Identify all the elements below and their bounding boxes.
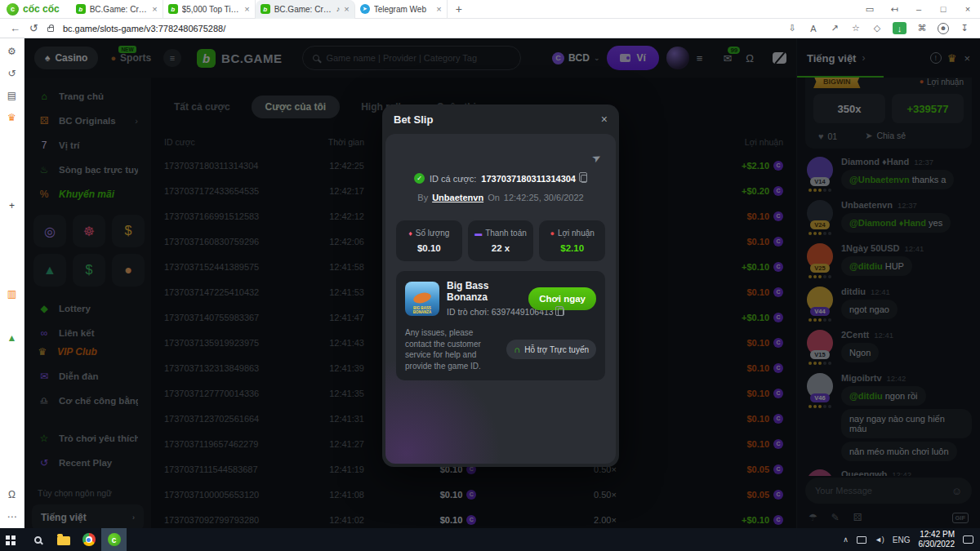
clock[interactable]: 12:42 PM 6/30/2022	[919, 530, 956, 549]
taskbar-search-button[interactable]	[25, 528, 51, 551]
zalo-icon[interactable]: Z	[5, 154, 19, 168]
tab-search-icon[interactable]: ▭	[858, 4, 882, 15]
reload-icon[interactable]: ↺	[29, 22, 38, 34]
bet-stats: ♦Số lượng $0.10 ▬Thanh toán 22 x ●Lợi nh…	[396, 220, 605, 261]
tab-favicon	[261, 4, 270, 14]
coccoc-icon: c	[108, 533, 121, 546]
feed-icon[interactable]: ▤	[5, 88, 19, 102]
headset-icon: ∩	[514, 344, 520, 354]
game-row: BIG BASS BONANZA Big Bass Bonanza ID trò…	[405, 280, 596, 317]
stat-icon: ▬	[474, 229, 482, 238]
facebook-icon[interactable]: f	[5, 242, 19, 256]
live-support-button[interactable]: ∩ Hỗ trợ Trực tuyến	[506, 340, 596, 359]
download-manager-icon[interactable]: ↓	[893, 22, 906, 34]
bet-slip-modal: Bet Slip × ➤ ✓ ID cá cược: 1737037180311…	[382, 104, 619, 467]
copy-icon[interactable]	[581, 175, 587, 183]
help-text: Any issues, please contact the customer …	[405, 327, 500, 371]
tab-title: BC.Game: Crypto Casino Gan	[90, 5, 149, 14]
modal-body: ➤ ✓ ID cá cược: 1737037180311314304 By U…	[385, 134, 616, 464]
messenger-icon[interactable]: ➤	[5, 132, 19, 146]
modal-close-icon[interactable]: ×	[601, 113, 608, 126]
browser-brand[interactable]: c cốc cốc	[0, 3, 71, 16]
on-label: On	[488, 193, 500, 202]
chrome-button[interactable]	[76, 528, 101, 551]
browser-sidebar: ⚙ ↺ ▤ ♛ ➤ Z ◆ + ▶ f 24 ▥ ▦ ▲ Ω ⋯	[0, 38, 24, 528]
coccoc-button[interactable]: c	[101, 528, 127, 551]
modal-title: Bet Slip	[394, 113, 433, 126]
news24-icon[interactable]: 24	[5, 264, 19, 278]
tab-audio-icon[interactable]: ♪	[336, 5, 341, 13]
crown-icon[interactable]: ♛	[5, 110, 19, 124]
stat-amount: ♦Số lượng $0.10	[396, 220, 462, 261]
chrome-icon	[82, 533, 96, 546]
action-center-icon[interactable]	[963, 535, 973, 544]
copy-icon[interactable]	[558, 308, 564, 316]
stat-profit: ●Lợi nhuận $2.10	[539, 220, 605, 261]
new-tab-button[interactable]: +	[448, 2, 470, 16]
language-indicator[interactable]: ENG	[893, 535, 911, 544]
stat-icon: ●	[550, 229, 554, 238]
bet-author-row: By Unbaetenvn On 12:42:25, 30/6/2022	[385, 193, 616, 202]
tab-title: $5,000 Top Tier Pragmatic Pl	[182, 5, 241, 14]
profile-icon[interactable]: ☻	[938, 23, 949, 34]
url-text[interactable]: bc.game/slots-game/v3:7782480675288/	[63, 24, 225, 33]
coccoc-logo-icon: c	[7, 3, 19, 16]
notifications-bell-icon[interactable]: Ω	[5, 487, 19, 501]
settings-icon[interactable]: ⚙	[5, 44, 19, 58]
maximize-button[interactable]: □	[931, 4, 956, 14]
network-icon[interactable]	[857, 536, 866, 544]
clock-time: 12:42 PM	[919, 530, 956, 540]
browser-tabs: BC.Game: Crypto Casino Gan × $5,000 Top …	[71, 0, 448, 19]
games-icon[interactable]: ◆	[5, 176, 19, 190]
bettor-username-link[interactable]: Unbaetenvn	[432, 193, 483, 202]
ssl-lock-icon[interactable]	[47, 27, 54, 32]
sidebar-collapse-icon[interactable]: ↤	[882, 4, 906, 15]
tab-title: Telegram Web	[374, 5, 433, 14]
tab-favicon	[168, 4, 178, 14]
extensions-icon[interactable]: ⌘	[916, 22, 928, 34]
bookmark-star-icon[interactable]: ☆	[850, 22, 862, 34]
tab-close-icon[interactable]: ×	[436, 4, 441, 14]
share-icon[interactable]: ↗	[829, 22, 840, 34]
bet-id-value: 1737037180311314304	[481, 174, 576, 184]
history-icon[interactable]: ↺	[5, 66, 19, 80]
game-thumbnail[interactable]: BIG BASS BONANZA	[405, 282, 439, 316]
bet-id-row: ✓ ID cá cược: 1737037180311314304	[385, 173, 616, 184]
sheet-icon[interactable]: ▦	[5, 309, 19, 322]
system-tray: ∧ ◄) ENG 12:42 PM 6/30/2022	[843, 530, 980, 549]
adblock-shield-icon[interactable]: ◇	[871, 22, 883, 34]
add-icon[interactable]: +	[5, 198, 19, 212]
tray-expand-icon[interactable]: ∧	[843, 535, 849, 544]
volume-icon[interactable]: ◄)	[875, 535, 884, 544]
support-row: Any issues, please contact the customer …	[405, 327, 596, 371]
school-icon[interactable]: ▲	[5, 331, 19, 344]
downloads-icon[interactable]: ↧	[959, 22, 970, 34]
browser-sidebar-icons: ⚙ ↺ ▤ ♛ ➤ Z ◆ + ▶ f 24 ▥ ▦ ▲	[5, 44, 19, 344]
close-button[interactable]: ×	[956, 4, 980, 14]
game-title: Big Bass Bonanza	[447, 280, 521, 303]
tab-bcgame-active[interactable]: BC.Game: Crypto Casino ♪ ×	[256, 0, 355, 19]
youtube-icon[interactable]: ▶	[5, 220, 19, 234]
save-page-icon[interactable]: ⇩	[786, 22, 798, 34]
tab-close-icon[interactable]: ×	[344, 4, 349, 14]
tab-close-icon[interactable]: ×	[152, 4, 157, 14]
cart-icon[interactable]: ▥	[5, 287, 19, 300]
stat-value: $2.10	[560, 243, 584, 253]
file-explorer-button[interactable]	[51, 528, 76, 551]
tab-pragmatic[interactable]: $5,000 Top Tier Pragmatic Pl ×	[163, 0, 256, 19]
back-icon[interactable]: ←	[10, 22, 20, 34]
tab-telegram[interactable]: Telegram Web ×	[355, 0, 448, 19]
share-icon[interactable]: ➤	[590, 150, 604, 165]
browser-tab-bar: c cốc cốc BC.Game: Crypto Casino Gan × $…	[0, 0, 980, 19]
stat-label: Thanh toán	[485, 229, 527, 238]
start-button[interactable]	[0, 528, 25, 551]
tab-close-icon[interactable]: ×	[244, 4, 249, 14]
windows-logo-icon	[6, 535, 10, 540]
translate-icon[interactable]: A	[808, 22, 819, 34]
more-options-icon[interactable]: ⋯	[5, 509, 19, 523]
minimize-button[interactable]: –	[906, 4, 931, 14]
tab-bcgame-1[interactable]: BC.Game: Crypto Casino Gan ×	[71, 0, 163, 19]
game-info: Big Bass Bonanza ID trò chơi: 6397449106…	[447, 280, 521, 317]
tab-favicon	[360, 4, 370, 14]
stat-payout: ▬Thanh toán 22 x	[468, 220, 534, 261]
